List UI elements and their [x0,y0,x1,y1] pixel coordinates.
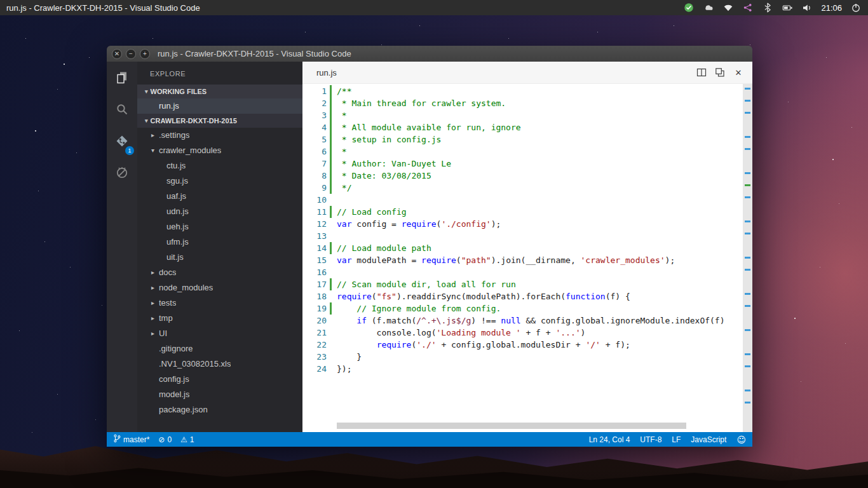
code-line-14[interactable]: 14// Load module path [302,242,752,254]
tree-item-.gitignore[interactable]: .gitignore [137,341,302,356]
code-text [332,194,337,206]
bluetooth-icon[interactable] [762,2,773,13]
code-line-17[interactable]: 17// Scan module dir, load all for run [302,278,752,290]
tree-item-udn.js[interactable]: udn.js [137,204,302,219]
eol-indicator[interactable]: LF [672,435,681,444]
editor-tab-run-js[interactable]: run.js [302,68,337,78]
language-mode[interactable]: JavaScript [691,435,726,444]
code-line-23[interactable]: 23 } [302,351,752,363]
window-controls: ✕ − + [107,49,150,59]
cursor-position[interactable]: Ln 24, Col 4 [589,435,630,444]
ruler-mark [745,329,750,331]
window-title-bar[interactable]: ✕ − + run.js - Crawler-DKXT-DH-2015 - Vi… [107,46,752,62]
minimize-window-button[interactable]: − [126,49,136,59]
code-text: * Author: Van-Duyet Le [332,158,451,170]
close-window-button[interactable]: ✕ [112,49,122,59]
ruler-mark [745,172,750,174]
chevron-right-icon: ▸ [151,265,159,280]
working-files-label: WORKING FILES [151,85,207,98]
code-line-13[interactable]: 13 [302,230,752,242]
code-line-15[interactable]: 15var modulePath = require("path").join(… [302,254,752,266]
feedback-smiley-icon[interactable]: ☺ [736,435,746,445]
tree-item-ufm.js[interactable]: ufm.js [137,234,302,250]
code-line-3[interactable]: 3 * [302,109,752,121]
debug-activity-button[interactable] [107,158,137,190]
tree-item-.settings[interactable]: ▸.settings [137,128,302,143]
code-line-9[interactable]: 9 */ [302,182,752,194]
tree-item-UI[interactable]: ▸UI [137,326,302,341]
tree-item-ueh.js[interactable]: ueh.js [137,219,302,234]
code-line-6[interactable]: 6 * [302,146,752,158]
code-line-7[interactable]: 7 * Author: Van-Duyet Le [302,158,752,170]
warning-count-value: 1 [190,435,194,444]
tree-item-docs[interactable]: ▸docs [137,265,302,280]
volume-icon[interactable] [801,2,813,13]
open-changes-icon[interactable] [715,67,725,78]
code-line-18[interactable]: 18require("fs").readdirSync(modulePath).… [302,290,752,302]
code-text: * [332,146,347,158]
activity-bar: 1 [107,62,137,432]
line-number: 9 [302,182,327,194]
close-editor-icon[interactable]: ✕ [733,67,743,78]
code-text: var modulePath = require("path").join(__… [332,254,675,266]
explorer-activity-button[interactable] [107,63,137,95]
line-number: 7 [302,158,327,170]
code-line-5[interactable]: 5 * setup in config.js [302,133,752,146]
tree-item-uaf.js[interactable]: uaf.js [137,189,302,204]
session-power-icon[interactable] [850,2,862,13]
project-header[interactable]: ▾ CRAWLER-DKXT-DH-2015 [137,114,302,128]
tree-item-run.js[interactable]: run.js [137,98,302,114]
tree-item-sgu.js[interactable]: sgu.js [137,173,302,189]
tree-item-ctu.js[interactable]: ctu.js [137,158,302,173]
wifi-icon[interactable] [722,2,734,13]
code-line-10[interactable]: 10 [302,194,752,206]
code-text: * Main thread for crawler system. [332,97,506,109]
code-line-12[interactable]: 12var config = require('./config'); [302,218,752,230]
code-line-21[interactable]: 21 console.log('Loading module ' + f + '… [302,327,752,339]
system-tray: 21:06 [683,2,868,13]
tree-item-.NV1_03082015.xls[interactable]: .NV1_03082015.xls [137,356,302,372]
split-editor-icon[interactable] [696,67,707,78]
code-line-19[interactable]: 19 // Ignore module from config. [302,302,752,315]
tree-item-tmp[interactable]: ▸tmp [137,311,302,326]
working-files-list: run.js [137,98,302,114]
code-line-22[interactable]: 22 require('./' + config.global.modulesD… [302,339,752,351]
tree-item-config.js[interactable]: config.js [137,372,302,387]
battery-icon[interactable] [782,2,793,13]
search-activity-button[interactable] [107,95,137,126]
code-line-4[interactable]: 4 * All module avaible for run, ignore [302,121,752,133]
working-files-header[interactable]: ▾ WORKING FILES [137,85,302,98]
network-share-icon[interactable] [742,2,754,13]
code-line-20[interactable]: 20 if (f.match(/^.+\.js$/g) !== null && … [302,315,752,327]
ruler-mark [745,184,750,186]
code-line-11[interactable]: 11// Load config [302,206,752,218]
clock[interactable]: 21:06 [821,3,842,13]
ruler-mark [745,305,750,307]
git-activity-button[interactable]: 1 [107,126,137,158]
code-line-24[interactable]: 24}); [302,363,752,375]
code-line-2[interactable]: 2 * Main thread for crawler system. [302,97,752,109]
ruler-mark [745,196,750,198]
code-line-1[interactable]: 1/** [302,85,752,97]
tree-item-tests[interactable]: ▸tests [137,295,302,311]
git-branch-indicator[interactable]: master* [113,434,149,445]
updater-ok-icon[interactable] [683,2,695,13]
weather-cloud-icon[interactable] [703,2,714,13]
tree-item-package.json[interactable]: package.json [137,402,302,417]
tree-item-crawler_modules[interactable]: ▾crawler_modules [137,143,302,158]
code-line-16[interactable]: 16 [302,266,752,278]
tree-item-node_modules[interactable]: ▸node_modules [137,280,302,295]
line-number: 11 [302,206,327,218]
overview-ruler[interactable] [743,84,752,432]
tree-item-label: run.js [159,98,179,114]
encoding-indicator[interactable]: UTF-8 [640,435,661,444]
warning-count[interactable]: ⚠ 1 [180,435,194,444]
line-number: 5 [302,133,327,146]
error-count[interactable]: ⊘ 0 [158,435,172,444]
code-line-8[interactable]: 8 * Date: 03/08/2015 [302,170,752,182]
horizontal-scrollbar[interactable] [337,423,686,429]
maximize-window-button[interactable]: + [140,49,150,59]
code-area[interactable]: 1/**2 * Main thread for crawler system.3… [302,84,752,432]
tree-item-model.js[interactable]: model.js [137,387,302,402]
tree-item-uit.js[interactable]: uit.js [137,250,302,265]
